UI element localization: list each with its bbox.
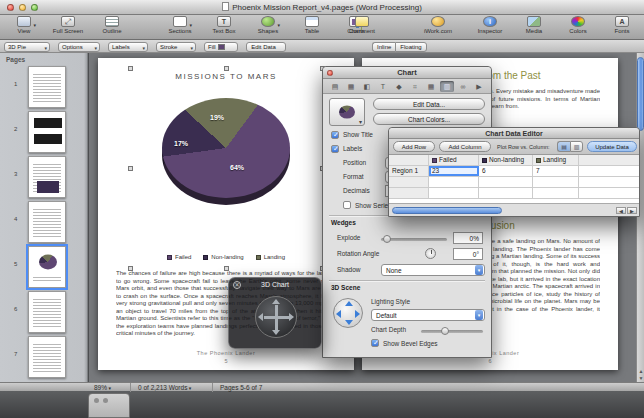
- page-1-thumbnail[interactable]: [28, 66, 66, 108]
- rotation-field[interactable]: 0°: [453, 248, 483, 260]
- cell-empty[interactable]: [579, 188, 639, 198]
- rotation-dial[interactable]: [425, 248, 436, 259]
- lighting-style-popup[interactable]: Default: [371, 309, 485, 321]
- update-data-button[interactable]: Update Data: [587, 141, 637, 152]
- data-editor-hscrollbar[interactable]: ◀ ▶: [389, 203, 639, 216]
- cell-failed-value[interactable]: 23: [429, 166, 479, 176]
- scroll-down-arrow[interactable]: ▼: [638, 375, 644, 381]
- pie-chart[interactable]: 19% 17% 64%: [154, 84, 298, 216]
- show-bevel-edges-checkbox[interactable]: [371, 339, 379, 347]
- shadow-popup[interactable]: None: [381, 264, 485, 276]
- text-inspector-tab-icon[interactable]: T: [376, 81, 390, 92]
- hud-close-icon[interactable]: ✕: [233, 281, 241, 289]
- selection-handle[interactable]: [128, 266, 133, 271]
- hud-rotate-control[interactable]: [255, 296, 297, 338]
- options-popup[interactable]: Options: [58, 42, 100, 52]
- add-column-button[interactable]: Add Column: [439, 141, 491, 152]
- explode-field[interactable]: 0%: [453, 232, 483, 244]
- background-window-fragment[interactable]: [88, 393, 130, 418]
- selection-handle[interactable]: [224, 66, 229, 71]
- metrics-inspector-tab-icon[interactable]: ⌗: [408, 81, 422, 92]
- word-count-popup[interactable]: 0 of 2,213 Words: [138, 384, 191, 391]
- minimize-button[interactable]: [19, 4, 26, 11]
- floating-segment-button[interactable]: Floating: [395, 42, 426, 52]
- data-editor-title[interactable]: Chart Data Editor: [389, 128, 639, 139]
- text-box-button[interactable]: Text Box: [206, 16, 242, 34]
- outline-button[interactable]: Outline: [94, 16, 130, 34]
- row-header-region-1[interactable]: Region 1: [389, 166, 429, 176]
- data-editor-scroll-right-arrow[interactable]: ▶: [627, 207, 637, 214]
- cell-empty[interactable]: [429, 177, 479, 187]
- page-3-thumbnail[interactable]: [28, 156, 66, 198]
- cell-empty[interactable]: [479, 188, 533, 198]
- scene-rotate-control[interactable]: [333, 298, 363, 328]
- labels-popup[interactable]: Labels: [108, 42, 148, 52]
- page-7-thumbnail[interactable]: [28, 336, 66, 378]
- data-editor-scroll-left-arrow[interactable]: ◀: [616, 207, 626, 214]
- cell-empty[interactable]: [579, 177, 639, 187]
- explode-slider[interactable]: [381, 238, 447, 241]
- cell-empty[interactable]: [579, 166, 639, 176]
- document-inspector-tab-icon[interactable]: ▤: [328, 81, 342, 92]
- page-4-thumbnail[interactable]: [28, 201, 66, 243]
- cell-landing-value[interactable]: 7: [533, 166, 579, 176]
- add-row-button[interactable]: Add Row: [393, 141, 435, 152]
- column-header-empty[interactable]: [579, 155, 639, 165]
- vertical-scrollbar[interactable]: ▲ ▼: [636, 53, 644, 382]
- cell-empty[interactable]: [429, 188, 479, 198]
- cell-non-landing-value[interactable]: 6: [479, 166, 533, 176]
- inspector-close-button[interactable]: [327, 70, 333, 76]
- labels-checkbox[interactable]: [331, 145, 339, 153]
- link-inspector-tab-icon[interactable]: ∞: [456, 81, 470, 92]
- show-series-name-checkbox[interactable]: [343, 201, 351, 209]
- zoom-button[interactable]: [31, 4, 38, 11]
- full-screen-button[interactable]: Full Screen: [50, 16, 86, 34]
- row-header-empty[interactable]: [389, 177, 429, 187]
- column-header-non-landing[interactable]: Non-landing: [479, 155, 533, 165]
- table-button[interactable]: Table: [294, 16, 330, 34]
- close-button[interactable]: [7, 4, 14, 11]
- column-header-failed[interactable]: Failed: [429, 155, 479, 165]
- fonts-button[interactable]: Fonts: [604, 16, 640, 34]
- plot-by-row-button[interactable]: ▤: [557, 141, 570, 152]
- column-header-landing[interactable]: Landing: [533, 155, 579, 165]
- cell-empty[interactable]: [533, 188, 579, 198]
- chart-depth-slider[interactable]: [421, 330, 483, 333]
- shapes-button[interactable]: Shapes: [250, 16, 286, 34]
- graphic-inspector-tab-icon[interactable]: ◆: [392, 81, 406, 92]
- scroll-up-arrow[interactable]: ▲: [638, 368, 644, 374]
- selection-handle[interactable]: [128, 166, 133, 171]
- iwork-button[interactable]: iWork.com: [420, 16, 456, 34]
- colors-button[interactable]: Colors: [560, 16, 596, 34]
- chart-type-popup[interactable]: 3D Pie: [4, 42, 50, 52]
- chart-depth-knob[interactable]: [441, 327, 449, 335]
- quicktime-inspector-tab-icon[interactable]: ▶: [472, 81, 486, 92]
- edit-data-chip[interactable]: Edit Data: [246, 42, 286, 52]
- zoom-popup[interactable]: 89%: [94, 384, 111, 391]
- page-6-thumbnail[interactable]: [28, 291, 66, 333]
- plot-by-column-button[interactable]: ▥: [570, 141, 583, 152]
- document-proxy-icon[interactable]: [222, 2, 229, 11]
- chart-type-button[interactable]: [329, 98, 365, 126]
- cell-empty[interactable]: [479, 177, 533, 187]
- inspector-titlebar[interactable]: Chart: [323, 67, 491, 79]
- comment-button[interactable]: Comment: [344, 16, 380, 34]
- media-button[interactable]: Media: [516, 16, 552, 34]
- chart-colors-button[interactable]: Chart Colors...: [373, 113, 485, 125]
- data-editor-hscroll-thumb[interactable]: [392, 207, 502, 214]
- page-5-thumbnail-selected[interactable]: [28, 246, 66, 288]
- chart-inspector-tab-icon[interactable]: ▥: [440, 81, 454, 92]
- inspector-button[interactable]: Inspector: [472, 16, 508, 34]
- sections-button[interactable]: Sections: [162, 16, 198, 34]
- table-inspector-tab-icon[interactable]: ▦: [424, 81, 438, 92]
- layout-inspector-tab-icon[interactable]: ▦: [344, 81, 358, 92]
- view-button[interactable]: View: [6, 16, 42, 34]
- selection-handle[interactable]: [224, 266, 229, 271]
- page-2-thumbnail[interactable]: [28, 111, 66, 153]
- row-header-empty[interactable]: [389, 188, 429, 198]
- selection-handle[interactable]: [128, 66, 133, 71]
- wrap-inspector-tab-icon[interactable]: ◧: [360, 81, 374, 92]
- inline-segment-button[interactable]: Inline: [372, 42, 395, 52]
- stroke-popup[interactable]: Stroke: [156, 42, 196, 52]
- show-title-checkbox[interactable]: [331, 131, 339, 139]
